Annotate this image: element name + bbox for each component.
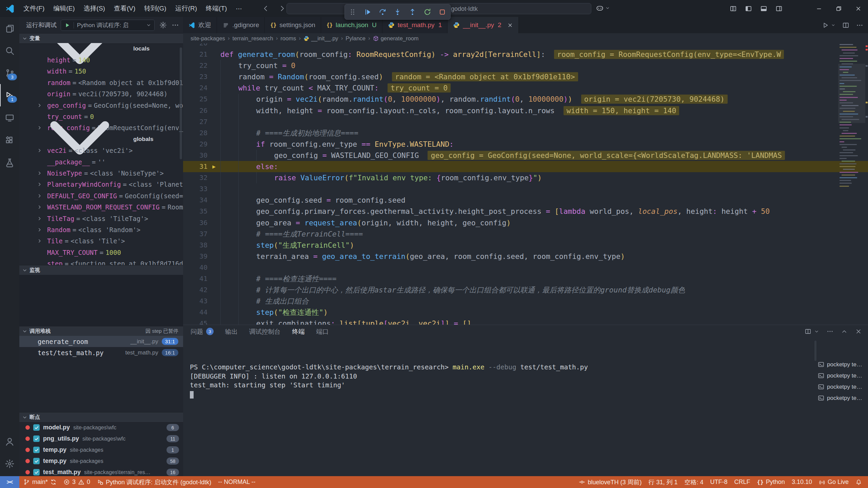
variable-row[interactable]: DEFAULT_GEO_CONFIG=GeoConfig(seed=1… xyxy=(19,190,183,201)
code-line[interactable]: 38step("生成TerrainCell") xyxy=(183,240,868,251)
breakpoint-row[interactable]: png_utils.pysite-packages\wfc11 xyxy=(19,433,183,444)
status-python-version[interactable]: 3.10.10 xyxy=(788,476,815,488)
breadcrumb[interactable]: site-packages›terrain_research›rooms›__i… xyxy=(183,33,868,43)
code-line[interactable]: 21def generate_room(room_config: RoomReq… xyxy=(183,49,868,60)
run-file-icon[interactable] xyxy=(822,22,829,29)
breakpoint-row[interactable]: model.pysite-packages\wfc6 xyxy=(19,422,183,433)
split-editor-icon[interactable] xyxy=(842,22,849,29)
code-line[interactable]: 43# 生成出口组合 xyxy=(183,296,868,307)
breadcrumb-item[interactable]: generate_room xyxy=(373,35,419,42)
breadcrumb-item[interactable]: terrain_research xyxy=(232,35,273,42)
code-line[interactable]: 45exit_combinations: list[tuple[vec2i, v… xyxy=(183,318,868,325)
scrollbar[interactable] xyxy=(814,341,816,361)
layout-bottom-icon[interactable] xyxy=(760,5,767,12)
code-line[interactable]: 36geo_area = request_area(origin, width,… xyxy=(183,217,868,228)
code-line[interactable]: 27 xyxy=(183,116,868,127)
breadcrumb-item[interactable]: Pylance xyxy=(346,35,366,42)
breakpoint-row[interactable]: temp.pysite-packages58 xyxy=(19,455,183,467)
code-line[interactable]: 24while try_count < MAX_TRY_COUNT:try_co… xyxy=(183,82,868,94)
variable-row[interactable]: Random=<class 'Random'> xyxy=(19,224,183,235)
code-line[interactable]: 37# ====生成TerrainCell==== xyxy=(183,228,868,240)
tab-欢迎[interactable]: 欢迎 xyxy=(183,17,217,33)
status-cursor-position[interactable]: 行 31, 列 1 xyxy=(645,476,681,488)
menu-item[interactable]: ⋯ xyxy=(231,5,246,13)
code-line[interactable]: 28# ====生成初始地理信息==== xyxy=(183,127,868,139)
tab-settings.json[interactable]: {}settings.json xyxy=(265,17,321,33)
activity-run-debug[interactable]: 1 xyxy=(0,84,19,106)
terminal-instance[interactable]: pocketpy te… xyxy=(818,392,866,404)
layout-left-icon[interactable] xyxy=(745,5,752,12)
variable-row[interactable]: Tile=<class 'Tile'> xyxy=(19,236,183,247)
close-button[interactable] xyxy=(848,0,868,17)
callstack-section-header[interactable]: 调用堆栈 因 step 已暂停 xyxy=(19,326,183,337)
menu-item[interactable]: 查看(V) xyxy=(110,4,140,13)
breakpoints-section-header[interactable]: 断点 xyxy=(19,412,183,423)
breakpoint-row[interactable]: temp.pysite-packages1 xyxy=(19,444,183,455)
activity-testing[interactable] xyxy=(0,151,19,174)
activity-search[interactable] xyxy=(0,39,19,62)
split-terminal-icon[interactable] xyxy=(805,328,811,335)
panel-tab-输出[interactable]: 输出 xyxy=(225,325,238,338)
menu-item[interactable]: 选择(S) xyxy=(79,4,110,13)
checkbox-checked[interactable] xyxy=(33,469,40,475)
panel-tab-终端[interactable]: 终端 xyxy=(292,325,305,338)
restore-button[interactable] xyxy=(829,0,848,17)
code-line[interactable]: 29if room_config.env_type == EnvType.WAS… xyxy=(183,139,868,150)
breadcrumb-item[interactable]: rooms xyxy=(280,35,296,42)
drag-grip-icon[interactable] xyxy=(349,8,357,16)
minimize-button[interactable] xyxy=(809,0,829,17)
code-line[interactable]: 39terrain_area = geo_area_to_terrain(geo… xyxy=(183,251,868,262)
debug-config-dropdown[interactable]: Python 调试程序: 启 xyxy=(61,20,155,31)
variable-row[interactable]: TileTag=<class 'TileTag'> xyxy=(19,213,183,224)
panel-tab-问题[interactable]: 问题3 xyxy=(191,325,214,338)
variable-group[interactable]: locals xyxy=(19,43,183,54)
menu-item[interactable]: 编辑(E) xyxy=(49,4,79,13)
close-icon[interactable] xyxy=(507,22,513,28)
status-notifications[interactable] xyxy=(852,476,865,488)
more-actions-icon[interactable] xyxy=(827,328,833,335)
checkbox-checked[interactable] xyxy=(33,424,40,431)
variable-row[interactable]: WASTELAND_ROOM_REQUEST_CONFIG=RoomR… xyxy=(19,201,183,212)
variable-row[interactable]: MAX_TRY_COUNT=1000 xyxy=(19,247,183,258)
menu-item[interactable]: 终端(T) xyxy=(201,4,231,13)
code-line[interactable]: 32raise ValueError(f"Invalid env type: {… xyxy=(183,172,868,183)
code-line[interactable]: 42# 计算每一个出口的中心，然后使用astar生成路径，确保每一个出口组合都可… xyxy=(183,284,868,296)
breakpoint-row[interactable]: test_math.pysite-packages\terrain_res…16 xyxy=(19,467,183,476)
terminal-instance[interactable]: pocketpy te… xyxy=(818,370,866,381)
stack-frame[interactable]: test/test_math.pytest_math.py16:1 xyxy=(19,347,183,358)
code-line[interactable]: 30geo_config = WASTELAND_GEO_CONFIGgeo_c… xyxy=(183,150,868,161)
terminal-instance[interactable]: pocketpy te… xyxy=(818,381,866,392)
activity-account[interactable] xyxy=(0,430,19,452)
variable-row[interactable]: step=<function step at 0x1bf8d716d xyxy=(19,258,183,265)
activity-remote-explorer[interactable] xyxy=(0,106,19,129)
forward-arrow-icon[interactable] xyxy=(278,5,286,12)
tab-.gdignore[interactable]: .gdignore xyxy=(217,17,265,33)
status-git-branch[interactable]: main* xyxy=(20,476,60,488)
minimap[interactable] xyxy=(840,44,864,190)
watch-section-header[interactable]: 监视 xyxy=(19,265,183,276)
status-indentation[interactable]: 空格: 4 xyxy=(681,476,707,488)
checkbox-checked[interactable] xyxy=(33,435,40,442)
status-vim-mode[interactable]: -- NORMAL -- xyxy=(215,476,259,488)
status-git-author[interactable]: blueloveTH (3 周前) xyxy=(575,476,645,488)
code-line[interactable]: 41# ====检查连通性==== xyxy=(183,273,868,284)
menu-item[interactable]: 转到(G) xyxy=(140,4,171,13)
terminal-output[interactable]: PS C:\computer_science\godot-ldtk\site-p… xyxy=(190,363,814,400)
variable-group[interactable]: globals xyxy=(19,134,183,145)
breadcrumb-item[interactable]: site-packages xyxy=(191,35,225,42)
stop-icon[interactable] xyxy=(438,8,446,16)
continue-icon[interactable] xyxy=(364,8,372,16)
more-actions-icon[interactable] xyxy=(856,22,863,29)
activity-source-control[interactable]: 3 xyxy=(0,62,19,84)
layout-right-icon[interactable] xyxy=(775,5,783,12)
menu-item[interactable]: 运行(R) xyxy=(171,4,201,13)
remote-indicator[interactable]: >< xyxy=(0,476,19,488)
code-line[interactable]: 44step("检查连通性") xyxy=(183,307,868,318)
copilot-button[interactable] xyxy=(596,4,610,12)
activity-explorer[interactable] xyxy=(0,17,19,39)
status-debug-session[interactable]: Python 调试程序: 启动文件 (godot-ldtk) xyxy=(94,476,215,488)
checkbox-checked[interactable] xyxy=(33,447,40,453)
status-encoding[interactable]: UTF-8 xyxy=(707,476,731,488)
menu-item[interactable]: 文件(F) xyxy=(19,4,49,13)
terminal-instance[interactable]: pocketpy te… xyxy=(818,359,866,370)
